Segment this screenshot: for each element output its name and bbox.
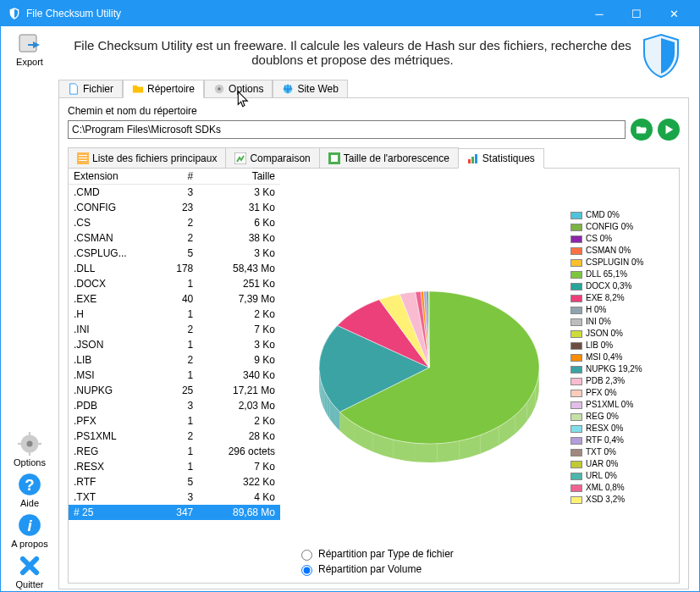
tree-icon [328, 152, 340, 164]
legend-item: EXE 8,2% [570, 292, 672, 304]
svg-rect-22 [471, 157, 474, 163]
path-label: Chemin et nom du répertoire [68, 105, 680, 117]
legend-item: PDB 2,3% [570, 375, 672, 387]
table-row[interactable]: .CSMAN238 Ko [69, 230, 280, 246]
legend-item: TXT 0% [570, 446, 672, 458]
sidebar-quit[interactable]: Quitter [15, 552, 43, 589]
legend-item: RESX 0% [570, 423, 672, 434]
info-icon: i [16, 512, 43, 539]
table-row[interactable]: .TXT34 Ko [69, 490, 280, 505]
table-row[interactable]: .H12 Ko [69, 307, 280, 322]
globe-icon [282, 83, 294, 95]
table-row[interactable]: .MSI1340 Ko [69, 368, 280, 383]
sidebar-export[interactable]: Export [16, 30, 43, 67]
app-shield-icon [8, 7, 21, 20]
tab-file[interactable]: Fichier [58, 80, 123, 98]
sidebar-options[interactable]: Options [14, 430, 46, 468]
legend-item: H 0% [570, 304, 672, 316]
table-row[interactable]: .EXE407,39 Mo [69, 291, 280, 307]
svg-rect-17 [79, 160, 87, 161]
window-title: File Checksum Utility [26, 8, 581, 19]
svg-rect-3 [29, 432, 30, 436]
table-row[interactable]: .NUPKG2517,21 Mo [69, 383, 280, 398]
table-row[interactable]: .PDB32,03 Mo [69, 398, 280, 413]
table-row[interactable]: .LIB29 Ko [69, 352, 280, 368]
shield-logo-icon [640, 33, 682, 83]
legend-item: PFX 0% [570, 387, 672, 399]
title-bar: File Checksum Utility ─ ☐ ✕ [1, 1, 699, 26]
table-row[interactable]: .INI27 Ko [69, 322, 280, 337]
sidebar-about-label: A propos [11, 539, 47, 549]
folder-open-icon [636, 124, 648, 136]
table-row[interactable]: .PS1XML228 Ko [69, 429, 280, 444]
table-row[interactable]: .RTF5322 Ko [69, 474, 280, 490]
legend-item: DLL 65,1% [570, 268, 672, 280]
svg-rect-4 [29, 451, 30, 456]
table-row[interactable]: .CS26 Ko [69, 215, 280, 230]
sidebar-export-label: Export [16, 57, 43, 67]
sidebar-quit-label: Quitter [15, 579, 43, 589]
table-row[interactable]: .CSPLUG...53 Ko [69, 246, 280, 261]
subtab-tree-size[interactable]: Taille de l'arborescence [319, 147, 459, 168]
sidebar-help[interactable]: ? Aide [16, 471, 43, 508]
subtab-compare[interactable]: Comparaison [225, 147, 319, 168]
col-extension[interactable]: Extension [69, 169, 159, 185]
sub-tab-bar: Liste des fichiers principaux Comparaiso… [68, 147, 680, 168]
browse-button[interactable] [631, 119, 653, 141]
legend-item: JSON 0% [570, 328, 672, 340]
legend-item: XML 0,8% [570, 482, 672, 494]
legend-item: PS1XML 0% [570, 399, 672, 411]
extension-table[interactable]: Extension # Taille .CMD33 Ko.CONFIG2331 … [69, 169, 280, 583]
table-row[interactable]: .DOCX1251 Ko [69, 276, 280, 291]
legend-item: REG 0% [570, 411, 672, 423]
minimize-button[interactable]: ─ [581, 1, 618, 26]
svg-rect-16 [79, 158, 87, 158]
close-button[interactable]: ✕ [655, 1, 692, 26]
export-icon [16, 30, 43, 57]
help-icon: ? [16, 471, 43, 498]
svg-rect-20 [331, 155, 338, 162]
gear-icon [16, 430, 43, 457]
tab-options[interactable]: Options [204, 80, 273, 98]
svg-rect-6 [37, 443, 41, 445]
top-tab-bar: Fichier Répertoire Options Site Web [58, 77, 689, 97]
statistics-panel: Extension # Taille .CMD33 Ko.CONFIG2331 … [68, 168, 680, 584]
subtab-file-list[interactable]: Liste des fichiers principaux [68, 147, 226, 168]
legend-item: DOCX 0,3% [570, 280, 672, 292]
legend-item: CSMAN 0% [570, 245, 672, 257]
sidebar-help-label: Aide [20, 498, 39, 508]
col-size[interactable]: Taille [198, 169, 280, 185]
col-count[interactable]: # [159, 169, 198, 185]
maximize-button[interactable]: ☐ [618, 1, 655, 26]
svg-rect-23 [475, 154, 477, 163]
directory-panel: Chemin et nom du répertoire Liste des fi… [58, 97, 689, 589]
tab-directory[interactable]: Répertoire [123, 80, 204, 98]
table-row[interactable]: .CONFIG2331 Ko [69, 200, 280, 215]
file-icon [68, 83, 80, 95]
table-row[interactable]: .DLL17858,43 Mo [69, 261, 280, 276]
run-button[interactable] [658, 119, 680, 141]
radio-by-volume[interactable]: Répartition par Volume [297, 562, 454, 576]
legend-item: URL 0% [570, 470, 672, 482]
svg-rect-21 [468, 159, 471, 163]
tab-site-web[interactable]: Site Web [273, 80, 347, 98]
subtab-statistics[interactable]: Statistiques [458, 148, 544, 169]
svg-text:?: ? [25, 476, 34, 494]
legend-item: LIB 0% [570, 340, 672, 351]
sidebar-about[interactable]: i A propos [11, 512, 47, 549]
quit-icon [16, 552, 43, 579]
pie-chart [287, 175, 570, 576]
radio-by-type[interactable]: Répartition par Type de fichier [297, 547, 454, 561]
table-row[interactable]: .CMD33 Ko [69, 185, 280, 201]
legend-item: CSPLUGIN 0% [570, 257, 672, 268]
legend-item: XSD 3,2% [570, 494, 672, 506]
play-icon [663, 124, 675, 136]
table-row[interactable]: .PFX12 Ko [69, 413, 280, 429]
legend-item: CONFIG 0% [570, 221, 672, 233]
table-row[interactable]: .JSON13 Ko [69, 337, 280, 352]
svg-rect-15 [79, 155, 87, 156]
folder-icon [132, 83, 144, 95]
path-input[interactable] [68, 120, 626, 139]
table-row[interactable]: .RESX17 Ko [69, 459, 280, 474]
table-row[interactable]: .REG1296 octets [69, 444, 280, 459]
